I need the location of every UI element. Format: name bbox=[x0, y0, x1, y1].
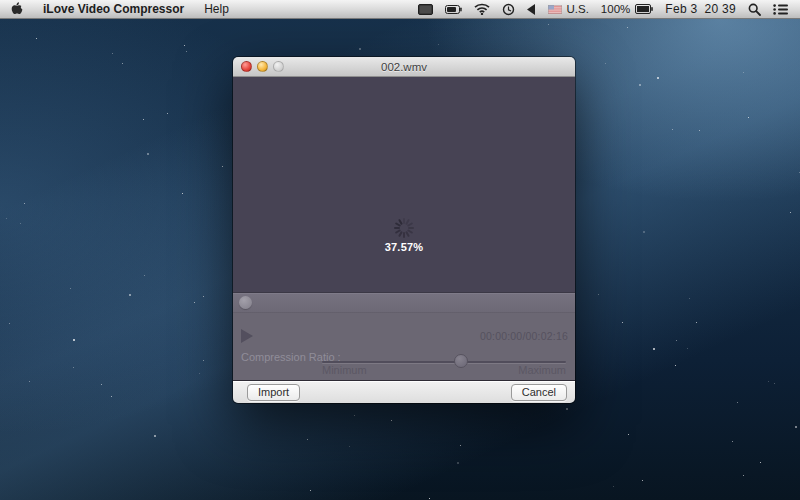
input-source-label: U.S. bbox=[566, 3, 588, 15]
progress-percent-label: 37.57% bbox=[233, 241, 575, 253]
battery-percent-label: 100% bbox=[601, 3, 630, 15]
notification-center-icon bbox=[773, 4, 788, 15]
time-machine-menu[interactable] bbox=[496, 0, 521, 18]
battery-menu[interactable]: 100% bbox=[595, 0, 659, 18]
time-machine-icon bbox=[502, 3, 515, 16]
title-bar[interactable]: 002.wmv bbox=[233, 57, 575, 77]
time-display: 00:00:00/00:02:16 bbox=[480, 330, 568, 342]
playback-control-panel: 00:00:00/00:02:16 Compression Ratio : Mi… bbox=[233, 292, 575, 380]
spotlight-icon bbox=[748, 3, 761, 16]
loading-spinner bbox=[393, 217, 415, 239]
date-label: Feb 3 bbox=[665, 2, 697, 16]
import-button[interactable]: Import bbox=[247, 384, 300, 401]
apple-icon bbox=[10, 0, 23, 18]
minimize-button[interactable] bbox=[257, 61, 268, 72]
zoom-button bbox=[273, 61, 284, 72]
wifi-menu[interactable] bbox=[468, 0, 496, 18]
bottom-button-bar: Import Cancel bbox=[233, 380, 575, 403]
notification-center-menu[interactable] bbox=[767, 0, 794, 18]
apple-menu[interactable] bbox=[0, 0, 33, 18]
menu-bar: iLove Video Compressor Help bbox=[0, 0, 800, 19]
help-menu[interactable]: Help bbox=[194, 0, 239, 18]
slider-minimum-label: Minimum bbox=[322, 364, 367, 376]
compression-slider-track bbox=[322, 361, 566, 363]
us-flag-icon bbox=[548, 5, 562, 14]
display-menu[interactable] bbox=[412, 0, 439, 18]
volume-icon bbox=[527, 4, 536, 15]
clock-menu[interactable]: Feb 3 20 39 bbox=[659, 0, 742, 18]
spotlight-menu[interactable] bbox=[742, 0, 767, 18]
cancel-button[interactable]: Cancel bbox=[511, 384, 567, 401]
seek-handle[interactable] bbox=[239, 296, 252, 309]
window-title: 002.wmv bbox=[381, 61, 427, 73]
wifi-icon bbox=[474, 3, 490, 15]
battery-icon bbox=[635, 4, 653, 14]
app-window: 002.wmv 37.57% 00:00:00/00:02:16 Compres… bbox=[233, 57, 575, 403]
slider-maximum-label: Maximum bbox=[518, 364, 566, 376]
display-icon bbox=[418, 4, 433, 15]
keyboard-battery-icon bbox=[445, 5, 462, 14]
close-button[interactable] bbox=[241, 61, 252, 72]
app-menu[interactable]: iLove Video Compressor bbox=[33, 0, 194, 18]
input-source-menu[interactable]: U.S. bbox=[542, 0, 594, 18]
play-button[interactable] bbox=[241, 329, 257, 345]
video-preview-area: 37.57% bbox=[233, 77, 575, 292]
seek-bar[interactable] bbox=[233, 293, 575, 313]
keyboard-battery-menu[interactable] bbox=[439, 0, 468, 18]
volume-menu[interactable] bbox=[521, 0, 542, 18]
time-label: 20 39 bbox=[704, 2, 736, 16]
play-icon bbox=[241, 329, 253, 343]
